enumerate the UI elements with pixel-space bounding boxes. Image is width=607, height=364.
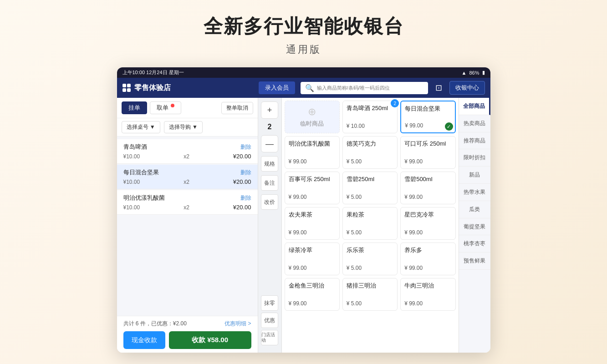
item-qty: x2 <box>184 153 189 160</box>
product-price: ¥ 99.00 <box>404 229 451 236</box>
product-name: 牛肉三明治 <box>404 282 451 290</box>
product-name: 百事可乐 250ml <box>289 176 336 183</box>
product-card[interactable]: 绿茶冷萃 ¥ 99.00 <box>285 243 340 275</box>
payment-buttons: 现金收款 收款 ¥58.00 <box>123 331 251 349</box>
guide-select[interactable]: 选择导购 ▼ <box>164 121 203 133</box>
product-card[interactable]: 乐乐茶 ¥ 5.00 <box>342 243 398 275</box>
search-input[interactable] <box>317 85 423 91</box>
checkout-button[interactable]: 收款 ¥58.00 <box>169 331 251 349</box>
category-item-all[interactable]: 全部商品 <box>459 98 490 115</box>
store-name: 零售体验店 <box>134 83 171 93</box>
plus-button[interactable]: + <box>261 101 278 119</box>
product-name: 星巴克冷萃 <box>404 211 451 219</box>
erase-button[interactable]: 抹零 <box>261 295 278 311</box>
category-item-plum[interactable]: 桃李杏枣 <box>459 235 490 253</box>
product-price: ¥ 99.00 <box>404 300 451 307</box>
product-price: ¥ 99.00 <box>404 194 451 200</box>
product-price: ¥ 99.00 <box>404 265 451 271</box>
search-bar: 🔍 <box>301 82 428 94</box>
product-card[interactable]: 农夫果茶 ¥ 99.00 <box>285 207 340 240</box>
product-price: ¥ 5.00 <box>347 194 393 200</box>
product-name: 猪排三明治 <box>347 282 393 290</box>
product-card[interactable]: 猪排三明治 ¥ 5.00 <box>342 278 398 311</box>
tab-take[interactable]: 取单 <box>150 101 182 114</box>
product-card[interactable]: 牛肉三明治 ¥ 99.00 <box>400 278 455 311</box>
item-delete[interactable]: 删除 <box>240 169 251 177</box>
discount-link[interactable]: 优惠明细 > <box>224 320 251 328</box>
item-delete[interactable]: 删除 <box>240 194 251 202</box>
tab-hang[interactable]: 挂单 <box>122 101 147 114</box>
order-item[interactable]: 每日混合坚果 删除 ¥10.00 x2 ¥20.00 <box>117 165 258 189</box>
search-icon: 🔍 <box>305 84 314 92</box>
item-total: ¥20.00 <box>233 204 251 211</box>
battery-icon: ▮ <box>482 70 485 76</box>
category-item-new[interactable]: 新品 <box>459 167 490 184</box>
minus-button[interactable]: — <box>261 135 278 152</box>
product-card[interactable]: 雪碧250ml ¥ 5.00 <box>342 172 398 204</box>
scan-button[interactable]: ⊡ <box>434 83 444 93</box>
category-item-fruit1[interactable]: 热带水果 <box>459 184 490 201</box>
cashier-button[interactable]: 收银中心 <box>449 81 485 95</box>
product-name: 养乐多 <box>404 247 451 254</box>
pos-device: 上午10:00 12月24日 星期一 ▲ 86% ▮ 零售体验店 录入会员 🔍 … <box>117 67 490 353</box>
product-card[interactable]: 明治优漾乳酸菌 ¥ 99.00 <box>285 136 340 169</box>
item-price: ¥10.00 <box>123 179 140 185</box>
order-options: 选择桌号 ▼ 选择导购 ▼ <box>117 118 258 136</box>
product-card[interactable]: 百事可乐 250ml ¥ 99.00 <box>285 172 340 204</box>
coupon-button[interactable]: 优惠 <box>261 313 278 328</box>
cancel-order-button[interactable]: 整单取消 <box>221 102 253 114</box>
wifi-icon: ▲ <box>462 70 467 76</box>
product-card[interactable]: 每日混合坚果 ¥ 99.00 ✓ <box>400 101 455 133</box>
order-item[interactable]: 青岛啤酒 删除 ¥10.00 x2 ¥20.00 <box>117 139 258 164</box>
discount-button[interactable]: 改价 <box>261 194 278 210</box>
product-card[interactable]: ⊕ 临时商品 <box>285 101 340 133</box>
note-button[interactable]: 备注 <box>261 175 278 191</box>
product-card[interactable]: 德芙巧克力 ¥ 5.00 <box>342 136 398 169</box>
page-title: 全新多行业智能收银台 <box>204 14 404 39</box>
item-delete[interactable]: 删除 <box>240 143 251 151</box>
product-card[interactable]: 可口可乐 250ml ¥ 99.00 <box>400 136 455 169</box>
product-name: 雪碧500ml <box>404 176 451 183</box>
product-card[interactable]: 果粒茶 ¥ 5.00 <box>342 207 398 240</box>
store-logo: 零售体验店 <box>122 83 171 93</box>
product-card[interactable]: 雪碧500ml ¥ 99.00 <box>400 172 455 204</box>
cash-button[interactable]: 现金收款 <box>123 331 165 349</box>
order-item[interactable]: 明治优漾乳酸菌 删除 ¥10.00 x2 ¥20.00 <box>117 190 258 215</box>
category-item-disc[interactable]: 限时折扣 <box>459 149 490 167</box>
product-name: 农夫果茶 <box>289 211 336 219</box>
product-name: 雪碧250ml <box>347 176 393 183</box>
item-total: ¥20.00 <box>233 178 251 185</box>
category-item-fresh[interactable]: 预售鲜果 <box>459 253 490 270</box>
product-card[interactable]: 青岛啤酒 250ml ¥ 10.00 2 <box>342 101 398 133</box>
category-item-rec[interactable]: 推荐商品 <box>459 132 490 150</box>
spec-button[interactable]: 规格 <box>261 156 278 172</box>
category-item-hot[interactable]: 热卖商品 <box>459 115 490 132</box>
take-badge <box>171 104 174 107</box>
product-card[interactable]: 星巴克冷萃 ¥ 99.00 <box>400 207 455 240</box>
logo-icon <box>122 84 131 92</box>
category-item-berry[interactable]: 葡提坚果 <box>459 218 490 236</box>
product-price: ¥ 99.00 <box>289 265 336 271</box>
product-check-icon: ✓ <box>445 122 453 131</box>
category-item-veg[interactable]: 瓜类 <box>459 201 490 218</box>
product-name: 临时商品 <box>300 120 324 128</box>
product-card[interactable]: 金枪鱼三明治 ¥ 99.00 <box>285 278 340 311</box>
product-name: 德芙巧克力 <box>347 140 393 148</box>
item-price: ¥10.00 <box>123 204 140 211</box>
member-button[interactable]: 录入会员 <box>259 81 295 94</box>
item-total: ¥20.00 <box>233 153 251 160</box>
product-name: 可口可乐 250ml <box>404 140 451 148</box>
product-price: ¥ 99.00 <box>289 229 336 236</box>
activity-button[interactable]: 门店活动 <box>261 330 278 345</box>
item-name: 明治优漾乳酸菌 <box>123 194 165 202</box>
item-name: 青岛啤酒 <box>123 143 147 151</box>
product-badge: 2 <box>391 99 399 107</box>
item-name: 每日混合坚果 <box>123 168 159 177</box>
product-price: ¥ 5.00 <box>347 265 393 271</box>
table-select[interactable]: 选择桌号 ▼ <box>122 121 160 133</box>
product-name: 绿茶冷萃 <box>289 247 336 254</box>
product-card[interactable]: 养乐多 ¥ 99.00 <box>400 243 455 275</box>
summary-text: 共计 6 件，已优惠：¥2.00 <box>123 320 187 328</box>
order-summary: 共计 6 件，已优惠：¥2.00 优惠明细 > <box>123 320 251 328</box>
product-name: 金枪鱼三明治 <box>289 282 336 290</box>
